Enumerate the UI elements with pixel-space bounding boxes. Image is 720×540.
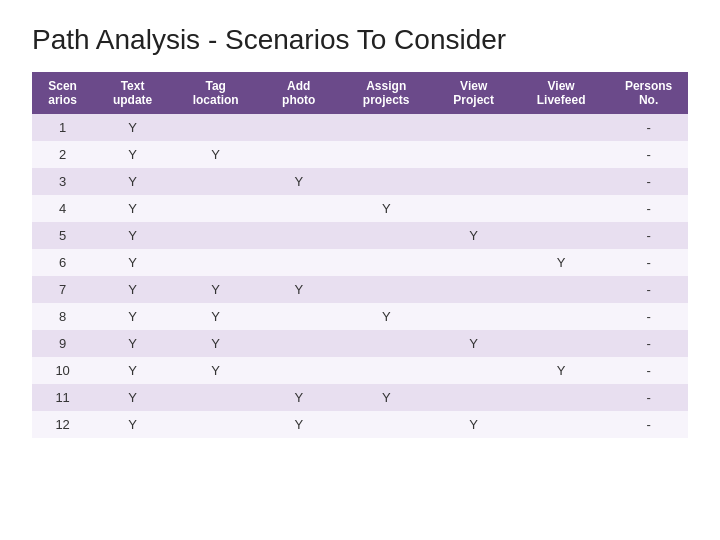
table-row: 4YY- [32,195,688,222]
cell-text_update: Y [93,114,172,141]
table-row: 6YY- [32,249,688,276]
cell-assign_projects [338,249,434,276]
cell-add_photo: Y [259,411,338,438]
cell-add_photo [259,249,338,276]
page-title: Path Analysis - Scenarios To Consider [32,24,688,56]
table-row: 10YYY- [32,357,688,384]
col-header-tag-location: Taglocation [172,72,259,114]
cell-view_livefeed [513,330,609,357]
cell-persons_no: - [609,357,688,384]
cell-assign_projects: Y [338,384,434,411]
cell-assign_projects [338,168,434,195]
cell-text_update: Y [93,411,172,438]
cell-assign_projects [338,222,434,249]
cell-scenarios: 3 [32,168,93,195]
cell-view_livefeed [513,114,609,141]
cell-view_project [434,195,513,222]
scenarios-table: Scenarios Textupdate Taglocation Addphot… [32,72,688,438]
cell-add_photo [259,222,338,249]
cell-scenarios: 6 [32,249,93,276]
cell-view_project [434,357,513,384]
cell-view_livefeed [513,141,609,168]
cell-persons_no: - [609,384,688,411]
cell-view_project [434,249,513,276]
cell-view_livefeed [513,411,609,438]
table-row: 2YY- [32,141,688,168]
cell-text_update: Y [93,357,172,384]
table-row: 11YYY- [32,384,688,411]
cell-view_livefeed [513,276,609,303]
cell-tag_location: Y [172,357,259,384]
col-header-text-update: Textupdate [93,72,172,114]
cell-text_update: Y [93,384,172,411]
cell-view_project [434,303,513,330]
cell-tag_location [172,168,259,195]
cell-scenarios: 1 [32,114,93,141]
cell-assign_projects [338,330,434,357]
cell-tag_location [172,411,259,438]
cell-view_project: Y [434,222,513,249]
col-header-assign-projects: Assignprojects [338,72,434,114]
table-row: 1Y- [32,114,688,141]
table-row: 8YYY- [32,303,688,330]
cell-assign_projects [338,411,434,438]
cell-persons_no: - [609,168,688,195]
cell-text_update: Y [93,195,172,222]
col-header-persons-no: PersonsNo. [609,72,688,114]
cell-assign_projects [338,276,434,303]
table-row: 3YY- [32,168,688,195]
cell-assign_projects [338,141,434,168]
page: Path Analysis - Scenarios To Consider Sc… [0,0,720,454]
cell-view_livefeed [513,222,609,249]
cell-text_update: Y [93,330,172,357]
cell-text_update: Y [93,303,172,330]
cell-add_photo [259,357,338,384]
cell-persons_no: - [609,303,688,330]
cell-tag_location: Y [172,303,259,330]
cell-view_livefeed [513,195,609,222]
table-row: 9YYY- [32,330,688,357]
cell-persons_no: - [609,249,688,276]
cell-add_photo: Y [259,384,338,411]
cell-tag_location [172,114,259,141]
cell-persons_no: - [609,114,688,141]
cell-scenarios: 10 [32,357,93,384]
table-row: 12YYY- [32,411,688,438]
cell-tag_location [172,384,259,411]
cell-persons_no: - [609,330,688,357]
table-body: 1Y-2YY-3YY-4YY-5YY-6YY-7YYY-8YYY-9YYY-10… [32,114,688,438]
cell-view_project [434,276,513,303]
cell-scenarios: 7 [32,276,93,303]
cell-view_livefeed: Y [513,249,609,276]
table-row: 7YYY- [32,276,688,303]
cell-text_update: Y [93,222,172,249]
cell-view_project [434,114,513,141]
table-row: 5YY- [32,222,688,249]
cell-text_update: Y [93,249,172,276]
cell-persons_no: - [609,222,688,249]
cell-add_photo: Y [259,276,338,303]
cell-text_update: Y [93,276,172,303]
cell-assign_projects [338,357,434,384]
header-row: Scenarios Textupdate Taglocation Addphot… [32,72,688,114]
cell-text_update: Y [93,168,172,195]
table-header: Scenarios Textupdate Taglocation Addphot… [32,72,688,114]
cell-view_project: Y [434,330,513,357]
cell-tag_location: Y [172,330,259,357]
cell-view_livefeed [513,384,609,411]
cell-add_photo: Y [259,168,338,195]
cell-assign_projects [338,114,434,141]
cell-assign_projects: Y [338,303,434,330]
cell-text_update: Y [93,141,172,168]
cell-tag_location [172,195,259,222]
cell-view_project [434,168,513,195]
cell-view_project [434,141,513,168]
cell-tag_location: Y [172,276,259,303]
cell-view_livefeed [513,303,609,330]
cell-add_photo [259,195,338,222]
col-header-scenarios: Scenarios [32,72,93,114]
cell-persons_no: - [609,141,688,168]
cell-scenarios: 11 [32,384,93,411]
col-header-add-photo: Addphoto [259,72,338,114]
cell-add_photo [259,141,338,168]
